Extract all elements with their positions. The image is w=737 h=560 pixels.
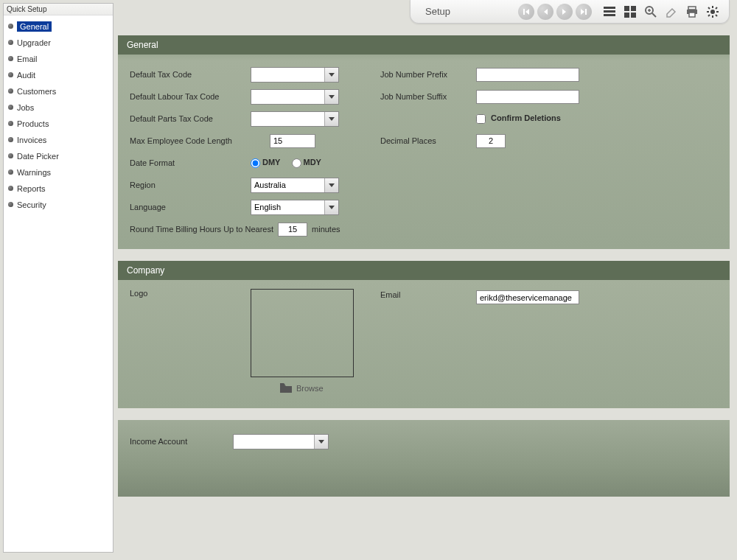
- label-job-suffix: Job Number Suffix: [380, 92, 476, 101]
- list-view-button[interactable]: [601, 4, 618, 20]
- sidebar-item-label: Products: [17, 119, 49, 128]
- sidebar-item-label: General: [17, 21, 52, 32]
- nav-last-button[interactable]: [576, 4, 592, 20]
- panel-header-company: Company: [118, 261, 730, 280]
- input-job-suffix[interactable]: [476, 90, 579, 104]
- svg-rect-11: [688, 7, 696, 10]
- label-default-parts-tax: Default Parts Tax Code: [130, 114, 251, 123]
- radio-dmy[interactable]: [251, 158, 260, 168]
- page-title: Setup: [416, 6, 517, 17]
- settings-button[interactable]: [705, 4, 721, 20]
- sidebar-item-label: Jobs: [17, 103, 34, 112]
- input-max-emp-code[interactable]: [270, 134, 315, 148]
- sidebar-item-label: Reports: [17, 184, 46, 193]
- label-default-tax-code: Default Tax Code: [130, 70, 251, 79]
- radio-label-dmy: DMY: [262, 158, 280, 167]
- input-decimal-places[interactable]: [476, 134, 506, 148]
- label-income-account: Income Account: [130, 437, 233, 446]
- label-round-time-pre: Round Time Billing Hours Up to Nearest: [130, 225, 273, 234]
- select-language[interactable]: English: [251, 200, 339, 215]
- sidebar-item-customers[interactable]: Customers: [4, 83, 113, 99]
- label-job-prefix: Job Number Prefix: [380, 70, 476, 79]
- sidebar-list: General Upgrader Email Audit Customers J…: [4, 15, 113, 216]
- select-region[interactable]: Australia: [251, 178, 339, 193]
- zoom-button[interactable]: [643, 4, 659, 20]
- folder-icon: [280, 383, 292, 393]
- label-round-time-post: minutes: [312, 225, 340, 234]
- print-button[interactable]: [684, 4, 700, 20]
- svg-rect-2: [604, 14, 615, 16]
- sidebar-item-label: Security: [17, 200, 46, 209]
- select-default-tax-code[interactable]: [251, 67, 339, 83]
- label-language: Language: [130, 203, 251, 211]
- sidebar-item-label: Email: [17, 55, 38, 63]
- sidebar-item-audit[interactable]: Audit: [4, 67, 113, 83]
- radio-label-mdy: MDY: [304, 158, 321, 167]
- label-date-format: Date Format: [130, 158, 251, 167]
- panel-company: Company Logo Browse Email: [118, 261, 730, 408]
- nav-prev-button[interactable]: [537, 4, 553, 20]
- sidebar-item-label: Date Picker: [17, 152, 59, 161]
- sidebar-item-label: Upgrader: [17, 38, 51, 47]
- input-round-time[interactable]: [278, 223, 307, 237]
- browse-label: Browse: [296, 384, 324, 393]
- radio-mdy[interactable]: [292, 158, 301, 168]
- svg-line-19: [708, 7, 710, 9]
- topbar: Setup: [410, 0, 730, 24]
- label-region: Region: [130, 181, 251, 189]
- svg-line-21: [708, 15, 710, 16]
- sidebar-item-invoices[interactable]: Invoices: [4, 132, 113, 148]
- sidebar-item-reports[interactable]: Reports: [4, 181, 113, 197]
- select-default-labour-tax[interactable]: [251, 89, 339, 105]
- svg-line-8: [652, 13, 656, 17]
- sidebar-item-date-picker[interactable]: Date Picker: [4, 148, 113, 164]
- svg-rect-5: [624, 13, 629, 18]
- sidebar-item-jobs[interactable]: Jobs: [4, 99, 113, 116]
- sidebar-title: Quick Setup: [4, 4, 113, 15]
- label-decimal-places: Decimal Places: [380, 136, 476, 145]
- label-logo: Logo: [130, 289, 251, 298]
- panel-general: General Default Tax Code Job Number Pref…: [118, 35, 730, 249]
- label-max-emp-code: Max Employee Code Length: [130, 136, 270, 145]
- select-default-parts-tax[interactable]: [251, 111, 339, 127]
- content: General Default Tax Code Job Number Pref…: [118, 35, 730, 508]
- sidebar-item-products[interactable]: Products: [4, 116, 113, 132]
- label-company-email: Email: [380, 290, 476, 299]
- sidebar-item-general[interactable]: General: [4, 18, 113, 35]
- svg-rect-0: [604, 7, 615, 9]
- svg-rect-4: [631, 6, 636, 11]
- sidebar-item-security[interactable]: Security: [4, 197, 113, 213]
- svg-rect-3: [624, 6, 629, 11]
- svg-rect-13: [689, 13, 695, 17]
- browse-button[interactable]: Browse: [280, 383, 354, 393]
- input-company-email[interactable]: [476, 290, 579, 304]
- sidebar-item-label: Warnings: [17, 168, 51, 177]
- panel-header-general: General: [118, 35, 730, 55]
- label-confirm-deletions: Confirm Deletions: [491, 113, 561, 122]
- label-default-labour-tax: Default Labour Tax Code: [130, 92, 251, 101]
- checkbox-confirm-deletions[interactable]: [476, 114, 486, 124]
- sidebar-item-email[interactable]: Email: [4, 51, 113, 67]
- nav-next-button[interactable]: [556, 4, 573, 20]
- checkbox-confirm-deletions-wrap: Confirm Deletions: [476, 113, 561, 124]
- logo-placeholder: [251, 289, 354, 377]
- svg-line-20: [716, 15, 717, 16]
- sidebar: Quick Setup General Upgrader Email Audit…: [3, 3, 113, 553]
- select-income-account[interactable]: [233, 434, 329, 449]
- sidebar-item-label: Audit: [17, 71, 35, 80]
- sidebar-item-label: Customers: [17, 87, 56, 96]
- radio-group-date-format: DMY MDY: [251, 158, 330, 168]
- input-job-prefix[interactable]: [476, 68, 579, 82]
- svg-rect-1: [604, 10, 615, 13]
- sidebar-item-upgrader[interactable]: Upgrader: [4, 35, 113, 51]
- svg-point-14: [710, 10, 715, 14]
- erase-button[interactable]: [663, 4, 680, 20]
- sidebar-item-label: Invoices: [17, 136, 46, 144]
- svg-line-22: [716, 7, 717, 9]
- svg-rect-6: [631, 13, 636, 18]
- nav-first-button[interactable]: [518, 4, 534, 20]
- panel-income: Income Account: [118, 420, 730, 497]
- sidebar-item-warnings[interactable]: Warnings: [4, 164, 113, 181]
- grid-view-button[interactable]: [622, 4, 638, 20]
